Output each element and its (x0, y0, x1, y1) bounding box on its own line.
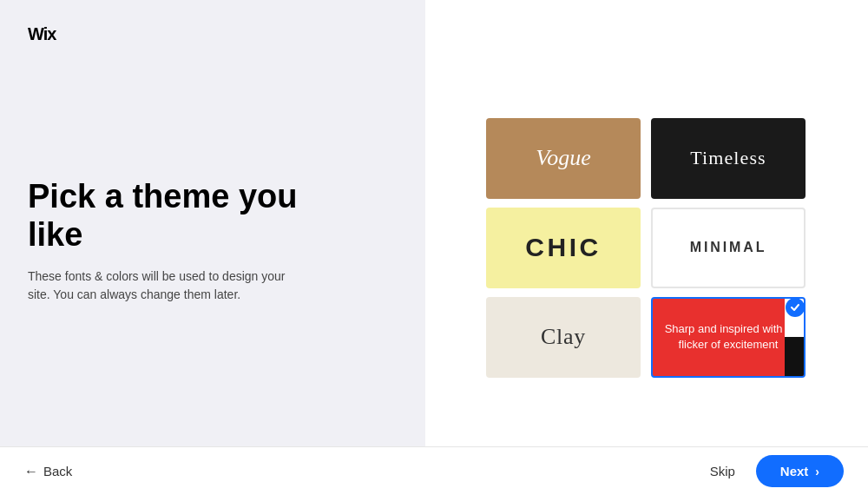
back-button[interactable]: ← Back (24, 464, 72, 479)
theme-card-clay[interactable]: Clay (486, 297, 641, 378)
theme-card-chic[interactable]: CHIC (486, 208, 641, 288)
theme-label-vogue: Vogue (536, 145, 591, 171)
theme-label-sharp: Sharp and inspired with a flicker of exc… (653, 321, 804, 353)
bottom-bar: ← Back Skip Next › (0, 446, 868, 495)
theme-grid: Vogue Timeless CHIC MINIMAL Clay Sharp a… (486, 118, 807, 378)
right-panel: Vogue Timeless CHIC MINIMAL Clay Sharp a… (425, 0, 868, 495)
theme-card-vogue[interactable]: Vogue (486, 118, 641, 199)
back-arrow-icon: ← (24, 464, 38, 479)
wix-logo: Wix (28, 24, 398, 49)
theme-label-chic: CHIC (525, 233, 602, 262)
svg-text:Wix: Wix (28, 24, 56, 43)
theme-card-minimal[interactable]: MINIMAL (651, 208, 806, 288)
next-button[interactable]: Next › (756, 455, 844, 487)
theme-card-sharp[interactable]: Sharp and inspired with a flicker of exc… (651, 297, 806, 378)
theme-label-minimal: MINIMAL (690, 240, 767, 255)
left-panel: Wix Pick a theme you like These fonts & … (0, 0, 425, 495)
right-actions: Skip Next › (710, 455, 844, 487)
page-subtitle: These fonts & colors will be used to des… (28, 267, 306, 304)
skip-button[interactable]: Skip (710, 464, 735, 478)
theme-card-timeless[interactable]: Timeless (651, 118, 806, 199)
back-label: Back (43, 464, 72, 478)
left-content: Pick a theme you like These fonts & colo… (28, 178, 349, 304)
theme-label-clay: Clay (541, 324, 586, 350)
theme-label-timeless: Timeless (690, 147, 766, 169)
next-label: Next (780, 464, 809, 478)
next-chevron-icon: › (815, 465, 819, 478)
wix-logo-text: Wix (28, 24, 69, 49)
page-title: Pick a theme you like (28, 178, 349, 254)
selected-check-badge (786, 298, 805, 317)
skip-label: Skip (710, 464, 735, 478)
